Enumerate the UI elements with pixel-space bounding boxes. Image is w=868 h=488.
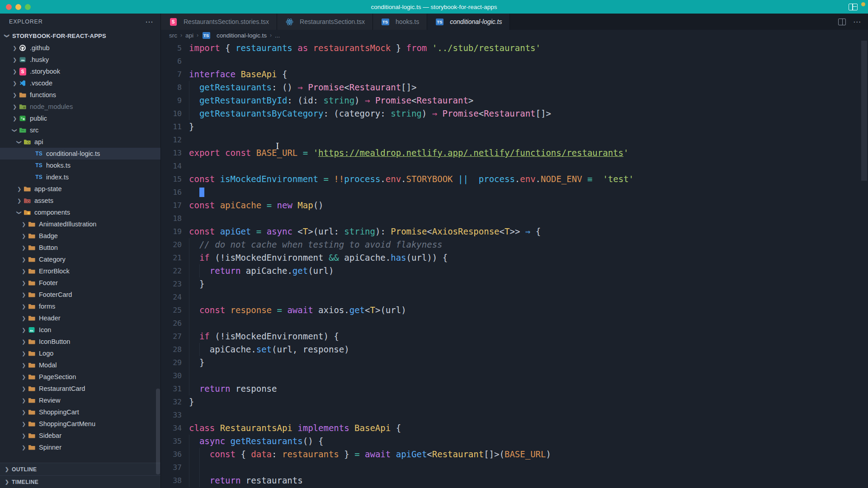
line-content: return response <box>182 382 277 395</box>
line-content <box>182 317 189 330</box>
code-line-22[interactable]: 22 return apiCache.get(url) <box>161 264 868 277</box>
tree-item-conditional-logic-ts[interactable]: ❯TSconditional-logic.ts <box>0 148 160 160</box>
code-line-5[interactable]: 5import { restaurants as restaurantsMock… <box>161 42 868 55</box>
line-number: 33 <box>161 408 182 422</box>
tree-item-shoppingcart[interactable]: ❯ShoppingCart <box>0 406 160 418</box>
tree-item--husky[interactable]: ❯.husky <box>0 54 160 66</box>
tree-item-logo[interactable]: ❯Logo <box>0 347 160 359</box>
code-line-26[interactable]: 26 <box>161 317 868 330</box>
tree-item-forms[interactable]: ❯forms <box>0 300 160 312</box>
tree-item--storybook[interactable]: ❯S.storybook <box>0 66 160 77</box>
chevron-right-icon: ❯ <box>20 351 27 357</box>
tree-item-pagesection[interactable]: ❯PageSection <box>0 371 160 383</box>
tree-item-spinner[interactable]: ❯Spinner <box>0 441 160 453</box>
code-line-27[interactable]: 27 if (!isMockedEnvironment) { <box>161 330 868 343</box>
tree-item-assets[interactable]: ❯assets <box>0 195 160 206</box>
code-line-29[interactable]: 29 } <box>161 356 868 369</box>
code-line-33[interactable]: 33 <box>161 408 868 422</box>
chevron-right-icon: ❯ <box>20 374 27 380</box>
code-line-30[interactable]: 30 <box>161 369 868 382</box>
tree-item-animatedillustration[interactable]: ❯AnimatedIllustration <box>0 218 160 230</box>
tree-item-hooks-ts[interactable]: ❯TShooks.ts <box>0 160 160 171</box>
tree-item-review[interactable]: ❯Review <box>0 394 160 406</box>
tree-item-index-ts[interactable]: ❯TSindex.ts <box>0 171 160 183</box>
tree-item-public[interactable]: ❯public <box>0 113 160 124</box>
tree-item-footercard[interactable]: ❯FooterCard <box>0 289 160 300</box>
tree-item-button[interactable]: ❯Button <box>0 242 160 253</box>
tsfile-icon: TS <box>34 174 43 180</box>
customize-layout-icon[interactable] <box>849 4 858 10</box>
split-editor-icon[interactable] <box>838 19 846 25</box>
tree-item-components[interactable]: ❯components <box>0 206 160 218</box>
tree-item-header[interactable]: ❯Header <box>0 312 160 324</box>
tab-restaurantssection-stories-tsx[interactable]: SRestaurantsSection.stories.tsx <box>161 14 277 30</box>
tree-item-badge[interactable]: ❯Badge <box>0 230 160 242</box>
tree-item-app-state[interactable]: ❯app-state <box>0 183 160 195</box>
tree-item-api[interactable]: ❯api <box>0 136 160 148</box>
code-line-17[interactable]: 17const apiCache = new Map() <box>161 199 868 212</box>
tree-item-node-modules[interactable]: ❯node_modules <box>0 101 160 113</box>
breadcrumb-item-src[interactable]: src <box>169 32 177 39</box>
tree-item-errorblock[interactable]: ❯ErrorBlock <box>0 265 160 277</box>
tab-hooks-ts[interactable]: TShooks.ts <box>373 14 427 30</box>
code-line-31[interactable]: 31 return response <box>161 382 868 395</box>
tab-conditional-logic-ts[interactable]: TSconditional-logic.ts <box>427 14 510 30</box>
code-line-10[interactable]: 10 getRestaurantsByCategory: (category: … <box>161 107 868 120</box>
code-line-28[interactable]: 28 apiCache.set(url, response) <box>161 343 868 356</box>
code-line-6[interactable]: 6 <box>161 55 868 68</box>
tree-item-src[interactable]: ❯src <box>0 124 160 136</box>
tree-item-label: Badge <box>39 232 58 239</box>
code-line-25[interactable]: 25 const response = await axios.get<T>(u… <box>161 304 868 317</box>
code-line-23[interactable]: 23 } <box>161 277 868 291</box>
tree-item-functions[interactable]: ❯functions <box>0 89 160 101</box>
tree-item-modal[interactable]: ❯Modal <box>0 359 160 371</box>
chevron-right-icon: ❯ <box>20 280 27 286</box>
code-line-8[interactable]: 8 getRestaurants: () ⇒ Promise<Restauran… <box>161 81 868 94</box>
panel-header-timeline[interactable]: ❯TIMELINE <box>0 475 160 488</box>
tab-restaurantssection-tsx[interactable]: RestaurantsSection.tsx <box>277 14 373 30</box>
explorer-actions-button[interactable]: ⋯ <box>145 17 153 27</box>
tree-item-restaurantcard[interactable]: ❯RestaurantCard <box>0 383 160 394</box>
code-line-38[interactable]: 38 return restaurants <box>161 474 868 487</box>
code-line-34[interactable]: 34class RestaurantsApi implements BaseAp… <box>161 422 868 435</box>
tree-item--github[interactable]: ❯.github <box>0 42 160 54</box>
tree-item-sidebar[interactable]: ❯Sidebar <box>0 430 160 441</box>
code-line-36[interactable]: 36 const { data: restaurants } = await a… <box>161 448 868 461</box>
code-line-9[interactable]: 9 getRestaurantById: (id: string) ⇒ Prom… <box>161 94 868 107</box>
code-line-32[interactable]: 32} <box>161 395 868 408</box>
code-line-14[interactable]: 14 <box>161 160 868 173</box>
code-line-15[interactable]: 15const isMockedEnvironment = !!process.… <box>161 173 868 186</box>
code-line-7[interactable]: 7interface BaseApi { <box>161 68 868 81</box>
code-line-19[interactable]: 19const apiGet = async <T>(url: string):… <box>161 225 868 238</box>
code-line-37[interactable]: 37 <box>161 461 868 474</box>
more-actions-icon[interactable]: ⋯ <box>853 17 861 27</box>
code-line-20[interactable]: 20 // do not cache when testing to avoid… <box>161 238 868 251</box>
tree-item-footer[interactable]: ❯Footer <box>0 277 160 289</box>
code-line-12[interactable]: 12 <box>161 133 868 146</box>
tree-item-icon[interactable]: ❯Icon <box>0 324 160 336</box>
line-number: 24 <box>161 291 182 304</box>
tree-item-category[interactable]: ❯Category <box>0 253 160 265</box>
tree-item-label: forms <box>39 303 55 310</box>
panel-header-outline[interactable]: ❯OUTLINE <box>0 463 160 475</box>
code-line-24[interactable]: 24 <box>161 291 868 304</box>
code-line-18[interactable]: 18 <box>161 212 868 225</box>
project-root-item[interactable]: ❯ STORYBOOK-FOR-REACT-APPS <box>0 30 160 42</box>
line-content: const apiCache = new Map() <box>182 199 324 212</box>
breadcrumb-item-api[interactable]: api <box>185 32 193 39</box>
window-title: conditional-logic.ts — storybook-for-rea… <box>0 4 868 10</box>
tree-item-shoppingcartmenu[interactable]: ❯ShoppingCartMenu <box>0 418 160 430</box>
code-line-21[interactable]: 21 if (!isMockedEnvironment && apiCache.… <box>161 251 868 264</box>
code-line-11[interactable]: 11} <box>161 120 868 133</box>
code-line-13[interactable]: 13export const BASE_URL = 'https://meald… <box>161 146 868 160</box>
indent-guide <box>189 238 189 251</box>
code-line-35[interactable]: 35 async getRestaurants() { <box>161 435 868 448</box>
breadcrumb-item-file[interactable]: conditional-logic.ts <box>217 32 267 39</box>
tree-item-iconbutton[interactable]: ❯IconButton <box>0 336 160 347</box>
sidebar-scrollbar[interactable] <box>156 389 160 474</box>
breadcrumb-symbol-placeholder[interactable]: ... <box>275 32 280 39</box>
code-editor[interactable]: I 5import { restaurants as restaurantsMo… <box>161 41 868 488</box>
code-line-16[interactable]: 16 <box>161 186 868 199</box>
tree-item--vscode[interactable]: ❯.vscode <box>0 77 160 89</box>
chevron-right-icon: ❯ <box>4 466 10 472</box>
